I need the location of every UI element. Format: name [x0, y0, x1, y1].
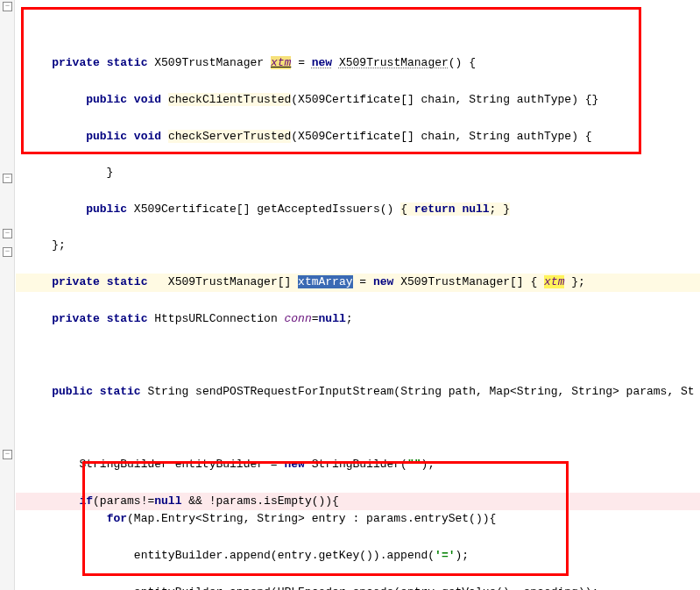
- fold-toggle[interactable]: −: [3, 2, 12, 11]
- fold-toggle[interactable]: −: [3, 247, 12, 257]
- code-line[interactable]: public void checkClientTrusted(X509Certi…: [16, 91, 700, 110]
- code-line[interactable]: entityBuilder.append(URLEncoder.encode(e…: [16, 584, 700, 591]
- code-line[interactable]: [16, 346, 700, 365]
- code-line[interactable]: public X509Certificate[] getAcceptedIssu…: [16, 201, 700, 219]
- code-line[interactable]: };: [16, 237, 700, 255]
- code-line[interactable]: entityBuilder.append(entry.getKey()).app…: [16, 547, 700, 565]
- code-editor[interactable]: − − − − − private static X509TrustManage…: [0, 0, 700, 590]
- fold-toggle[interactable]: −: [3, 450, 12, 459]
- code-line[interactable]: public static String sendPOSTRequestForI…: [16, 383, 700, 402]
- code-line[interactable]: private static HttpsURLConnection conn=n…: [16, 310, 700, 329]
- fold-toggle[interactable]: −: [3, 174, 12, 183]
- code-line[interactable]: StringBuilder entityBuilder = new String…: [16, 456, 700, 474]
- gutter: − − − − −: [0, 0, 15, 590]
- code-line[interactable]: for(Map.Entry<String, String> entry : pa…: [16, 510, 700, 529]
- code-line[interactable]: private static X509TrustManager xtm = ne…: [16, 54, 700, 73]
- code-line[interactable]: public void checkServerTrusted(X509Certi…: [16, 128, 700, 146]
- code-line[interactable]: [16, 419, 700, 437]
- code-line[interactable]: }: [16, 164, 700, 182]
- code-line[interactable]: if(params!=null && !params.isEmpty()){: [16, 493, 700, 511]
- code-line[interactable]: private static X509TrustManager[] xtmArr…: [16, 274, 700, 292]
- fold-toggle[interactable]: −: [3, 229, 12, 238]
